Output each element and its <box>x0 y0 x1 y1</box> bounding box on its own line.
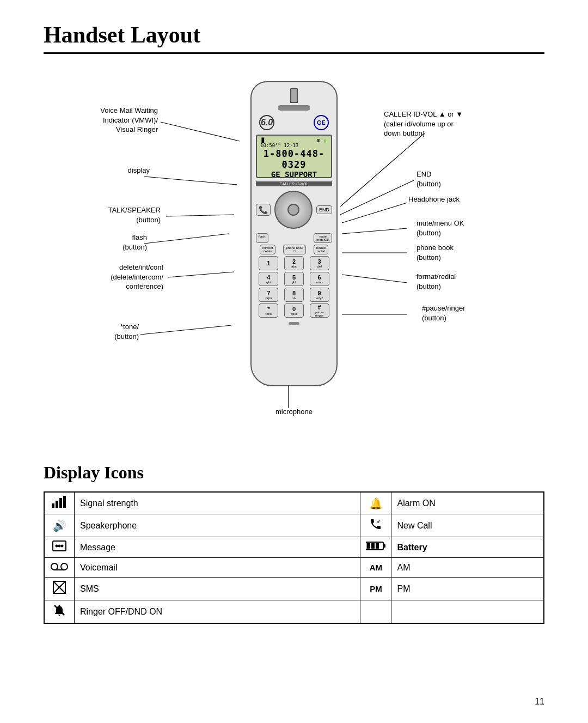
message-label: Message <box>75 537 360 558</box>
logo-50: 6.0 <box>259 115 274 130</box>
svg-rect-14 <box>52 503 54 508</box>
signal-bars: ▐▌ <box>260 138 266 143</box>
battery-icon <box>360 537 391 558</box>
display-status-row: ▐▌ ☎ 🔋 <box>260 138 328 143</box>
page-number: 11 <box>535 697 544 707</box>
sms-icon <box>44 578 75 600</box>
talk-speaker-button[interactable]: 📞 <box>256 204 271 216</box>
svg-point-29 <box>61 563 68 570</box>
table-row: Ringer OFF/DND ON <box>44 600 544 624</box>
speakerphone-label: Speakerphone <box>75 514 360 537</box>
display-icons-right: ☎ 🔋 <box>317 138 328 143</box>
am-icon: AM <box>360 558 391 578</box>
label-vmwi: Voice Mail WaitingIndicator (VMWI)/Visua… <box>49 106 158 135</box>
key-5[interactable]: 5jkl <box>284 272 304 286</box>
svg-point-28 <box>51 563 58 570</box>
button-row-flash-mute: flash mutemenuOK <box>256 233 332 243</box>
svg-rect-27 <box>376 543 379 549</box>
table-row: SMS PM PM <box>44 578 544 600</box>
key-star[interactable]: *tone <box>259 303 278 318</box>
label-delete-int-conf: delete/int/conf(delete/intercom/conferen… <box>49 263 163 291</box>
voicemail-label: Voicemail <box>75 558 360 578</box>
svg-rect-24 <box>383 544 385 548</box>
svg-rect-16 <box>59 498 62 508</box>
top-speaker <box>278 105 310 111</box>
svg-rect-26 <box>371 543 375 549</box>
button-row-int-phonebook-redial: int/confdelete phone book□ formatredial <box>256 245 332 254</box>
pm-icon: PM <box>360 578 391 600</box>
key-9[interactable]: 9wxyz <box>310 288 329 302</box>
empty-label <box>391 600 544 624</box>
display-icons-title: Display Icons <box>44 463 544 483</box>
key-6[interactable]: 6mno <box>310 272 329 286</box>
svg-line-5 <box>140 325 231 335</box>
key-2[interactable]: 2abc <box>284 256 304 270</box>
phone-book-button[interactable]: phone book□ <box>283 245 305 254</box>
table-row: Signal strength 🔔 Alarm ON <box>44 492 544 514</box>
label-mute-menu: mute/menu OK(button) <box>416 218 504 238</box>
svg-line-3 <box>144 234 229 244</box>
voicemail-icon <box>44 558 75 578</box>
empty-icon <box>360 600 391 624</box>
svg-line-9 <box>342 228 407 234</box>
am-label: AM <box>391 558 544 578</box>
int-conf-button[interactable]: int/confdelete <box>260 245 275 254</box>
pm-label: PM <box>391 578 544 600</box>
keypad-row-1: 1 2abc 3def <box>256 256 332 270</box>
signal-strength-icon <box>44 492 75 514</box>
antenna <box>290 88 298 103</box>
microphone <box>289 322 299 325</box>
flash-button[interactable]: flash <box>256 233 268 243</box>
sms-label: SMS <box>75 578 360 600</box>
label-caller-id-vol: CALLER ID-VOL ▲ or ▼(caller id/volume up… <box>384 110 514 138</box>
svg-rect-15 <box>56 501 58 508</box>
new-call-label: New Call <box>391 514 544 537</box>
icons-table: Signal strength 🔔 Alarm ON 🔊 Speakerphon… <box>44 491 544 624</box>
svg-point-21 <box>58 545 61 548</box>
handset-diagram: Voice Mail WaitingIndicator (VMWI)/Visua… <box>44 70 544 441</box>
key-7[interactable]: 7pqrs <box>259 288 278 302</box>
microphone-area <box>256 322 332 325</box>
svg-point-20 <box>56 545 58 548</box>
svg-line-4 <box>168 272 234 277</box>
svg-line-2 <box>166 215 234 216</box>
label-pause-ringer: #pause/ringer(button) <box>422 303 509 323</box>
label-headphone-jack: Headphone jack <box>408 195 495 204</box>
key-3[interactable]: 3def <box>310 256 329 270</box>
alarm-on-label: Alarm ON <box>391 492 544 514</box>
svg-text:↙: ↙ <box>377 518 381 524</box>
ge-logo: GE <box>314 115 329 130</box>
key-1[interactable]: 1 <box>259 256 278 270</box>
label-flash: flash(button) <box>71 233 147 252</box>
key-0[interactable]: 0oper <box>284 303 304 318</box>
nav-ring[interactable] <box>274 191 313 229</box>
label-end-button: END(button) <box>416 169 487 189</box>
mute-menu-ok-button[interactable]: mutemenuOK <box>314 233 332 243</box>
svg-line-0 <box>161 122 240 141</box>
nav-area: 📞 END <box>256 189 332 231</box>
end-button[interactable]: END <box>316 205 332 214</box>
svg-line-8 <box>342 203 407 223</box>
nav-center[interactable] <box>287 204 299 216</box>
label-tone: *tone/(button) <box>76 322 139 341</box>
label-microphone: microphone <box>275 407 313 417</box>
svg-rect-17 <box>63 496 66 508</box>
svg-line-11 <box>342 275 407 283</box>
message-icon <box>44 537 75 558</box>
format-redial-button[interactable]: formatredial <box>314 245 328 254</box>
key-4[interactable]: 4ghi <box>259 272 278 286</box>
display-name: GE SUPPORT <box>260 170 328 179</box>
caller-id-label: CALLER ID-VOL <box>256 181 332 186</box>
svg-line-7 <box>340 180 414 215</box>
phone-body: 6.0 GE ▐▌ ☎ 🔋 10:50ᴬᴹ 12·13 1-800-448-03… <box>250 81 338 386</box>
key-pound[interactable]: #pauseringer <box>310 303 329 318</box>
key-8[interactable]: 8tuv <box>284 288 304 302</box>
keypad-row-3: 7pqrs 8tuv 9wxyz <box>256 288 332 302</box>
display-number: 1-800-448-0329 <box>260 148 328 170</box>
alarm-on-icon: 🔔 <box>360 492 391 514</box>
battery-label: Battery <box>391 537 544 558</box>
svg-point-22 <box>61 545 64 548</box>
signal-strength-label: Signal strength <box>75 492 360 514</box>
ringer-off-icon <box>44 600 75 624</box>
phone-display: ▐▌ ☎ 🔋 10:50ᴬᴹ 12·13 1-800-448-0329 GE S… <box>256 135 332 178</box>
